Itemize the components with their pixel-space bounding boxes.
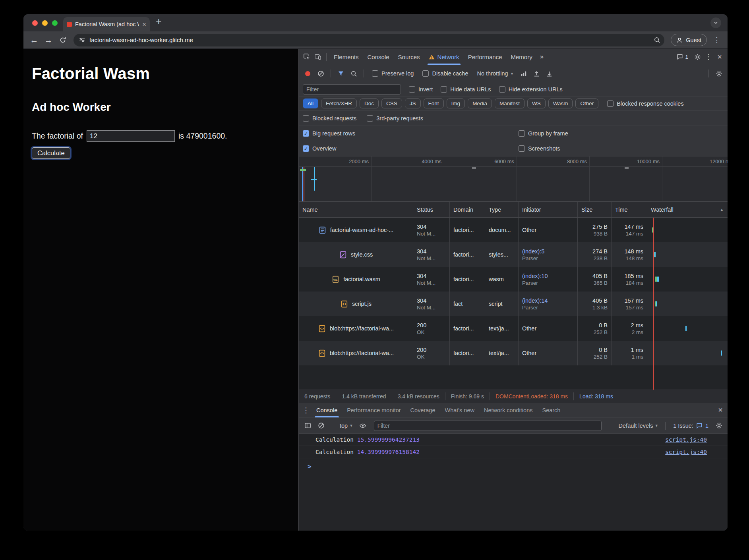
filter-chip-img[interactable]: Img — [447, 98, 465, 109]
devtools-tab-sources[interactable]: Sources — [394, 49, 424, 65]
reload-button[interactable] — [56, 34, 70, 46]
devtools-tab-performance[interactable]: Performance — [464, 49, 507, 65]
tab-close-icon[interactable]: × — [142, 21, 146, 28]
drawer-tab-performance-monitor[interactable]: Performance monitor — [342, 403, 405, 417]
export-har-icon[interactable] — [544, 68, 555, 79]
filter-chip-js[interactable]: JS — [405, 98, 421, 109]
filter-chip-css[interactable]: CSS — [381, 98, 402, 109]
third-party-requests-checkbox[interactable]: 3rd-party requests — [367, 115, 423, 122]
log-levels-dropdown[interactable]: Default levels ▾ — [616, 423, 660, 429]
issues-counter[interactable]: 1 Issue: 1 — [671, 423, 711, 429]
calculate-button[interactable]: Calculate — [32, 147, 70, 159]
network-request-row[interactable]: blob:https://factorial-wa...200OKfactori… — [299, 341, 728, 365]
record-button[interactable] — [305, 71, 310, 76]
column-header-size[interactable]: Size — [578, 202, 612, 217]
network-request-row[interactable]: script.js304Not M...factscript(index):14… — [299, 292, 728, 316]
new-tab-button[interactable]: + — [150, 17, 162, 29]
drawer-tab-what-s-new[interactable]: What's new — [440, 403, 479, 417]
network-settings-icon[interactable] — [713, 68, 724, 79]
column-header-status[interactable]: Status — [413, 202, 450, 217]
minimize-window-button[interactable] — [42, 20, 48, 26]
drawer-tab-coverage[interactable]: Coverage — [406, 403, 440, 417]
console-source-link[interactable]: script.js:40 — [665, 436, 707, 443]
network-overview-timeline[interactable]: 2000 ms4000 ms6000 ms8000 ms10000 ms1200… — [299, 156, 728, 202]
invert-checkbox[interactable]: Invert — [409, 86, 433, 93]
site-settings-icon[interactable] — [79, 37, 85, 43]
hide-extension-urls-checkbox[interactable]: Hide extension URLs — [499, 86, 563, 93]
devtools-settings-icon[interactable] — [692, 51, 703, 62]
drawer-tab-search[interactable]: Search — [537, 403, 565, 417]
network-request-row[interactable]: blob:https://factorial-wa...200OKfactori… — [299, 316, 728, 341]
network-conditions-icon[interactable] — [518, 68, 529, 79]
column-header-type[interactable]: Type — [485, 202, 519, 217]
console-settings-icon[interactable] — [713, 420, 724, 431]
console-filter-input[interactable] — [374, 421, 602, 431]
drawer-menu-icon[interactable]: ⋮ — [300, 405, 312, 416]
filter-chip-manifest[interactable]: Manifest — [495, 98, 524, 109]
initiator-link[interactable]: (index):14 — [522, 297, 574, 304]
more-tabs-icon[interactable]: » — [537, 53, 547, 61]
filter-icon[interactable] — [335, 68, 346, 79]
import-har-icon[interactable] — [531, 68, 542, 79]
devtools-tab-memory[interactable]: Memory — [507, 49, 537, 65]
network-request-row[interactable]: factorial-wasm-ad-hoc-...304Not M...fact… — [299, 218, 728, 242]
devtools-tab-console[interactable]: Console — [363, 49, 394, 65]
context-selector[interactable]: top ▾ — [337, 423, 355, 429]
column-header-name[interactable]: Name — [299, 202, 413, 217]
filter-chip-other[interactable]: Other — [575, 98, 598, 109]
network-request-row[interactable]: WAfactorial.wasm304Not M...factori...was… — [299, 267, 728, 292]
devtools-close-icon[interactable]: × — [714, 51, 725, 62]
column-header-waterfall[interactable]: Waterfall▲ — [647, 202, 728, 217]
clear-console-icon[interactable] — [315, 420, 327, 431]
screenshots-checkbox[interactable]: Screenshots — [519, 145, 728, 152]
search-icon[interactable] — [348, 68, 359, 79]
filter-chip-fetch-xhr[interactable]: Fetch/XHR — [321, 98, 357, 109]
network-filter-input[interactable] — [303, 84, 401, 95]
filter-chip-wasm[interactable]: Wasm — [548, 98, 573, 109]
throttling-dropdown[interactable]: No throttling ▾ — [473, 70, 517, 77]
column-header-initiator[interactable]: Initiator — [519, 202, 578, 217]
column-header-domain[interactable]: Domain — [450, 202, 485, 217]
preserve-log-checkbox[interactable]: Preserve log — [372, 70, 414, 77]
sort-ascending-icon[interactable]: ▲ — [720, 207, 724, 212]
live-expression-icon[interactable] — [357, 420, 368, 431]
drawer-tab-network-conditions[interactable]: Network conditions — [479, 403, 538, 417]
group-by-frame-checkbox[interactable]: Group by frame — [519, 130, 728, 137]
console-source-link[interactable]: script.js:40 — [665, 449, 707, 455]
overview-checkbox[interactable]: Overview — [303, 145, 519, 152]
filter-chip-media[interactable]: Media — [468, 98, 492, 109]
blocked-requests-checkbox[interactable]: Blocked requests — [303, 115, 356, 122]
network-request-row[interactable]: style.css304Not M...factori...styles...(… — [299, 242, 728, 267]
browser-tab[interactable]: Factorial Wasm (ad hoc Work × — [63, 17, 150, 31]
devtools-menu-icon[interactable]: ⋮ — [703, 51, 714, 62]
drawer-close-icon[interactable]: × — [715, 405, 726, 416]
devtools-tab-network[interactable]: Network — [424, 49, 464, 65]
factorial-input[interactable] — [87, 130, 175, 142]
console-sidebar-icon[interactable] — [302, 420, 313, 431]
filter-chip-font[interactable]: Font — [424, 98, 444, 109]
back-button[interactable]: ← — [27, 34, 41, 46]
browser-menu-button[interactable]: ⋮ — [710, 34, 724, 46]
hide-data-urls-checkbox[interactable]: Hide data URLs — [441, 86, 491, 93]
column-header-time[interactable]: Time — [612, 202, 647, 217]
filter-chip-ws[interactable]: WS — [527, 98, 546, 109]
close-window-button[interactable] — [32, 20, 38, 26]
tab-search-button[interactable] — [710, 17, 721, 28]
initiator-link[interactable]: (index):5 — [522, 248, 574, 255]
big-request-rows-checkbox[interactable]: Big request rows — [303, 130, 519, 137]
devtools-tab-elements[interactable]: Elements — [329, 49, 363, 65]
profile-button[interactable]: Guest — [671, 34, 707, 46]
console-output[interactable]: Calculation 15.599999964237213script.js:… — [299, 434, 728, 531]
console-prompt[interactable]: > — [299, 458, 728, 470]
zoom-window-button[interactable] — [52, 20, 58, 26]
blocked-response-cookies-checkbox[interactable]: Blocked response cookies — [607, 100, 683, 107]
url-bar[interactable]: factorial-wasm-ad-hoc-worker.glitch.me — [74, 34, 664, 46]
filter-chip-all[interactable]: All — [303, 98, 318, 109]
forward-button[interactable]: → — [42, 34, 55, 46]
drawer-tab-console[interactable]: Console — [312, 403, 342, 417]
disable-cache-checkbox[interactable]: Disable cache — [422, 70, 468, 77]
inspect-element-icon[interactable] — [301, 51, 312, 62]
initiator-link[interactable]: (index):10 — [522, 273, 574, 279]
zoom-icon[interactable] — [654, 37, 660, 43]
clear-icon[interactable] — [315, 68, 326, 79]
